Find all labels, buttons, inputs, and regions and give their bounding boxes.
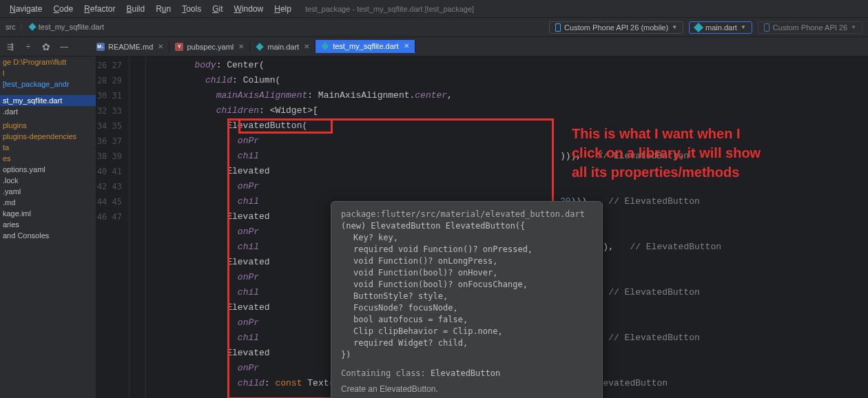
breadcrumb[interactable]: src 〉 test_my_sqflite.dart — [6, 22, 104, 32]
menu-git[interactable]: Git — [208, 3, 227, 15]
phone-icon — [555, 23, 561, 32]
settings-icon[interactable]: ✿ — [41, 42, 51, 52]
line-gutter: 26 27 28 29 30 31 32 33 34 35 36 37 38 3… — [96, 56, 130, 398]
tab-readme[interactable]: M↓README.md✕ — [91, 40, 169, 53]
quick-documentation-popup[interactable]: package:flutter/src/material/elevated_bu… — [331, 201, 603, 398]
main-area: ge D:\Program\fluttl[test_package_andrst… — [0, 56, 868, 398]
filter-icon[interactable]: ⇶ — [6, 42, 15, 52]
marker-gutter — [130, 56, 146, 398]
editor-toolbar: ⇶ ÷ ✿ — M↓README.md✕ Ypubspec.yaml✕ main… — [0, 37, 868, 56]
tree-item[interactable]: aries — [0, 219, 96, 230]
tree-item[interactable]: .dart — [0, 106, 96, 117]
menu-help[interactable]: Help — [270, 3, 296, 15]
chevron-down-icon: ▼ — [741, 24, 746, 30]
menu-code[interactable]: Code — [49, 3, 77, 15]
tab-test-sqflite[interactable]: test_my_sqflite.dart✕ — [316, 40, 415, 53]
code-editor[interactable]: 26 27 28 29 30 31 32 33 34 35 36 37 38 3… — [96, 56, 868, 398]
dart-icon — [694, 22, 703, 32]
annotation-text: This is what I want when I click on a li… — [572, 124, 761, 182]
tree-item[interactable]: es — [0, 153, 96, 164]
chevron-down-icon: ▼ — [851, 24, 856, 30]
close-icon[interactable]: ✕ — [404, 42, 409, 50]
menu-navigate[interactable]: Navigate — [6, 3, 46, 15]
doc-description-1: Create an ElevatedButton. — [341, 384, 592, 395]
tree-item[interactable]: .md — [0, 197, 96, 208]
yaml-icon: Y — [175, 43, 183, 51]
tree-item[interactable]: and Consoles — [0, 230, 96, 241]
editor-tabs: M↓README.md✕ Ypubspec.yaml✕ main.dart✕ t… — [91, 40, 415, 53]
tab-pubspec[interactable]: Ypubspec.yaml✕ — [169, 40, 250, 53]
dart-icon — [28, 23, 36, 30]
dart-icon — [321, 42, 329, 50]
doc-containing-label: Containing class: — [341, 368, 426, 378]
navigation-toolbar: src 〉 test_my_sqflite.dart Custom Phone … — [0, 18, 868, 37]
tree-item[interactable]: plugins — [0, 120, 96, 131]
secondary-device[interactable]: Custom Phone API 26 ▼ — [758, 21, 862, 34]
tree-item[interactable]: .yaml — [0, 186, 96, 197]
menu-run[interactable]: Run — [152, 3, 175, 15]
tab-main-dart[interactable]: main.dart✕ — [250, 40, 316, 53]
tree-item[interactable]: st_my_sqflite.dart — [0, 95, 96, 106]
menu-tools[interactable]: Tools — [178, 3, 205, 15]
doc-signature-tail: }) — [341, 349, 592, 361]
doc-signature-head: (new) ElevatedButton ElevatedButton({ — [341, 220, 592, 232]
doc-source-path: package:flutter/src/material/elevated_bu… — [341, 209, 592, 220]
menu-refactor[interactable]: Refactor — [80, 3, 119, 15]
close-icon[interactable]: ✕ — [238, 43, 244, 50]
close-icon[interactable]: ✕ — [304, 43, 309, 50]
main-menubar: Navigate Code Refactor Build Run Tools G… — [0, 0, 868, 18]
run-config-selector[interactable]: main.dart ▼ — [689, 21, 752, 34]
collapse-icon[interactable]: ÷ — [23, 42, 33, 52]
more-icon[interactable]: — — [59, 42, 69, 52]
dart-icon — [256, 43, 264, 50]
chevron-down-icon: ▼ — [672, 24, 677, 30]
project-tree[interactable]: ge D:\Program\fluttl[test_package_andrst… — [0, 56, 96, 398]
menu-window[interactable]: Window — [230, 3, 268, 15]
tree-item[interactable]: l — [0, 67, 96, 78]
phone-icon — [764, 23, 769, 32]
doc-parameters: Key? key,required void Function()? onPre… — [341, 232, 592, 349]
device-selector[interactable]: Custom Phone API 26 (mobile) ▼ — [549, 21, 683, 34]
tree-item[interactable]: ge D:\Program\flutt — [0, 56, 96, 67]
window-title: test_package - test_my_sqflite.dart [tes… — [305, 5, 474, 13]
tree-item[interactable]: options.yaml — [0, 164, 96, 175]
tree-item[interactable]: [test_package_andr — [0, 78, 96, 90]
tree-item[interactable]: plugins-dependencies — [0, 131, 96, 142]
markdown-icon: M↓ — [96, 43, 105, 51]
close-icon[interactable]: ✕ — [158, 43, 163, 50]
doc-containing-class: ElevatedButton — [431, 368, 500, 378]
menu-build[interactable]: Build — [122, 3, 149, 15]
tree-item[interactable]: ta — [0, 142, 96, 153]
tree-item[interactable]: kage.iml — [0, 208, 96, 219]
tree-item[interactable]: .lock — [0, 175, 96, 186]
